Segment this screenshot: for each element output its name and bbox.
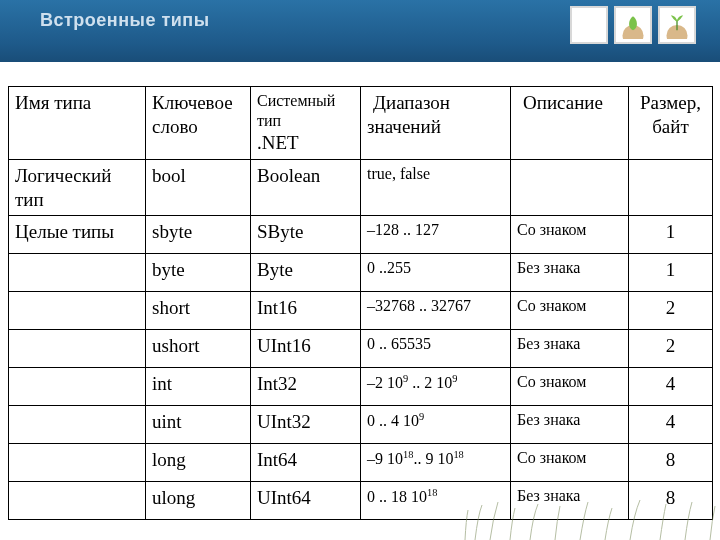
cell-name (9, 444, 146, 482)
col-size: Размер, байт (629, 87, 713, 160)
cell-size: 2 (629, 330, 713, 368)
table-row: ushortUInt160 .. 65535Без знака2 (9, 330, 713, 368)
leaf-icon (614, 6, 652, 44)
cell-size: 4 (629, 368, 713, 406)
col-range: Диапазон значений (361, 87, 511, 160)
cell-size: 4 (629, 406, 713, 444)
cell-name (9, 254, 146, 292)
types-table: Имя типа Ключевое слово Системный тип .N… (8, 86, 713, 520)
cell-net: UInt32 (251, 406, 361, 444)
cell-range: true, false (361, 159, 511, 216)
cell-keyword: long (146, 444, 251, 482)
cell-range: –128 .. 127 (361, 216, 511, 254)
cell-desc: Без знака (511, 330, 629, 368)
col-net-line1: Системный тип (257, 92, 335, 129)
cell-keyword: sbyte (146, 216, 251, 254)
cell-net: Int64 (251, 444, 361, 482)
slide-title: Встроенные типы (40, 10, 210, 31)
cell-name (9, 368, 146, 406)
cell-size: 8 (629, 482, 713, 520)
col-desc: Описание (511, 87, 629, 160)
cell-name (9, 292, 146, 330)
table-row: byteByte0 ..255Без знака1 (9, 254, 713, 292)
decoration-icons (570, 6, 696, 44)
table-row: longInt64–9 1018.. 9 1018Со знаком8 (9, 444, 713, 482)
cell-desc: Со знаком (511, 216, 629, 254)
cell-net: Int32 (251, 368, 361, 406)
cell-keyword: ushort (146, 330, 251, 368)
cell-desc: Без знака (511, 254, 629, 292)
cell-name (9, 482, 146, 520)
cell-range: –9 1018.. 9 1018 (361, 444, 511, 482)
table-row: uintUInt320 .. 4 109Без знака4 (9, 406, 713, 444)
cell-range: 0 .. 65535 (361, 330, 511, 368)
cell-keyword: byte (146, 254, 251, 292)
cell-desc: Со знаком (511, 368, 629, 406)
cell-keyword: uint (146, 406, 251, 444)
cell-desc (511, 159, 629, 216)
table-row: Целые типыsbyteSByte–128 .. 127Со знаком… (9, 216, 713, 254)
cell-net: Boolean (251, 159, 361, 216)
table-header-row: Имя типа Ключевое слово Системный тип .N… (9, 87, 713, 160)
col-net: Системный тип .NET (251, 87, 361, 160)
cell-name (9, 330, 146, 368)
cell-net: UInt64 (251, 482, 361, 520)
cell-desc: Без знака (511, 482, 629, 520)
cell-range: –2 109 .. 2 109 (361, 368, 511, 406)
cell-range: –32768 .. 32767 (361, 292, 511, 330)
cell-net: SByte (251, 216, 361, 254)
cell-range: 0 .. 18 1018 (361, 482, 511, 520)
cell-desc: Со знаком (511, 444, 629, 482)
col-name: Имя типа (9, 87, 146, 160)
table-row: shortInt16–32768 .. 32767Со знаком2 (9, 292, 713, 330)
cell-desc: Со знаком (511, 292, 629, 330)
table-row: Логический типboolBooleantrue, false (9, 159, 713, 216)
cell-size: 1 (629, 216, 713, 254)
placeholder-icon (570, 6, 608, 44)
cell-net: UInt16 (251, 330, 361, 368)
table-row: intInt32–2 109 .. 2 109Со знаком4 (9, 368, 713, 406)
cell-keyword: short (146, 292, 251, 330)
cell-size: 2 (629, 292, 713, 330)
cell-keyword: bool (146, 159, 251, 216)
cell-size (629, 159, 713, 216)
cell-keyword: ulong (146, 482, 251, 520)
slide-header: Встроенные типы (0, 0, 720, 62)
table-row: ulongUInt640 .. 18 1018Без знака8 (9, 482, 713, 520)
col-net-line2: .NET (257, 131, 354, 155)
cell-range: 0 ..255 (361, 254, 511, 292)
cell-range: 0 .. 4 109 (361, 406, 511, 444)
cell-net: Int16 (251, 292, 361, 330)
cell-name: Логический тип (9, 159, 146, 216)
cell-desc: Без знака (511, 406, 629, 444)
sprout-icon (658, 6, 696, 44)
cell-name: Целые типы (9, 216, 146, 254)
cell-name (9, 406, 146, 444)
col-keyword: Ключевое слово (146, 87, 251, 160)
cell-net: Byte (251, 254, 361, 292)
cell-size: 1 (629, 254, 713, 292)
cell-size: 8 (629, 444, 713, 482)
cell-keyword: int (146, 368, 251, 406)
